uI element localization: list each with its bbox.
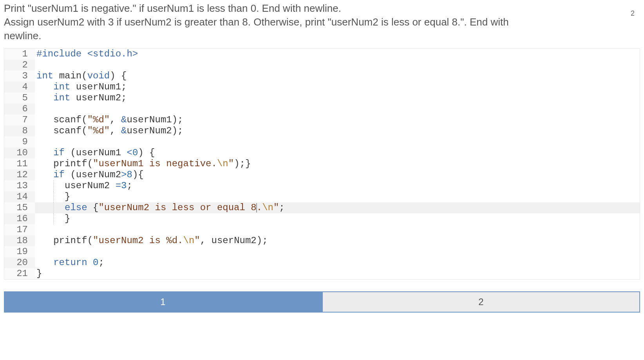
- code-text[interactable]: else {"userNum2 is less or equal 8.\n";: [35, 202, 640, 213]
- line-number: 6: [4, 104, 35, 115]
- code-line: 17: [4, 224, 640, 235]
- line-number: 12: [4, 169, 35, 180]
- instruction-line-1: Print "userNum1 is negative." if userNum…: [4, 2, 545, 15]
- code-editor[interactable]: 1 #include <stdio.h> 2 3 int main(void) …: [4, 48, 640, 280]
- line-number: 18: [4, 235, 35, 246]
- problem-instructions: Print "userNum1 is negative." if userNum…: [4, 0, 545, 48]
- code-text[interactable]: return 0;: [35, 257, 640, 268]
- line-number: 5: [4, 93, 35, 104]
- line-number: 4: [4, 82, 35, 93]
- code-text[interactable]: [35, 104, 640, 115]
- code-text[interactable]: [35, 246, 640, 257]
- code-line: 14 }: [4, 191, 640, 202]
- code-line: 6: [4, 104, 640, 115]
- tab-1[interactable]: 1: [4, 291, 322, 313]
- code-line: 16 }: [4, 213, 640, 224]
- line-number: 21: [4, 268, 35, 279]
- line-number: 20: [4, 257, 35, 268]
- code-text[interactable]: int main(void) {: [35, 71, 640, 82]
- code-line: 7 scanf("%d", &userNum1);: [4, 115, 640, 125]
- code-text[interactable]: printf("userNum2 is %d.\n", userNum2);: [35, 235, 640, 246]
- line-number: 14: [4, 191, 35, 202]
- code-line: 9: [4, 136, 640, 147]
- code-line: 19: [4, 246, 640, 257]
- tab-bar: 1 2: [4, 291, 640, 313]
- code-line: 11 printf("userNum1 is negative.\n");}: [4, 158, 640, 169]
- code-line: 21 }: [4, 268, 640, 279]
- code-text[interactable]: }: [35, 213, 640, 224]
- code-line: 2: [4, 60, 640, 71]
- tab-2[interactable]: 2: [322, 291, 640, 313]
- code-text[interactable]: printf("userNum1 is negative.\n");}: [35, 158, 640, 169]
- line-number: 11: [4, 158, 35, 169]
- code-text[interactable]: #include <stdio.h>: [35, 49, 640, 60]
- code-line: 12 if (userNum2>8){: [4, 169, 640, 180]
- code-text[interactable]: if (userNum2>8){: [35, 169, 640, 180]
- line-number: 10: [4, 147, 35, 158]
- line-number: 13: [4, 180, 35, 191]
- code-text[interactable]: if (userNum1 <0) {: [35, 147, 640, 158]
- code-text[interactable]: scanf("%d", &userNum1);: [35, 115, 640, 125]
- code-line: 4 int userNum1;: [4, 82, 640, 93]
- code-line: 1 #include <stdio.h>: [4, 49, 640, 60]
- code-text[interactable]: int userNum2;: [35, 93, 640, 104]
- line-number: 19: [4, 246, 35, 257]
- code-line-active: 15 else {"userNum2 is less or equal 8.\n…: [4, 202, 640, 213]
- code-line: 20 return 0;: [4, 257, 640, 268]
- line-number: 7: [4, 115, 35, 125]
- line-number: 3: [4, 71, 35, 82]
- code-text[interactable]: }: [35, 268, 640, 279]
- code-text[interactable]: [35, 136, 640, 147]
- line-number: 9: [4, 136, 35, 147]
- code-line: 10 if (userNum1 <0) {: [4, 147, 640, 158]
- code-text[interactable]: scanf("%d", &userNum2);: [35, 125, 640, 136]
- line-number: 1: [4, 49, 35, 60]
- line-number: 2: [4, 60, 35, 71]
- instruction-line-2: Assign userNum2 with 3 if userNum2 is gr…: [4, 15, 545, 43]
- code-line: 3 int main(void) {: [4, 71, 640, 82]
- code-text[interactable]: [35, 60, 640, 71]
- code-text[interactable]: int userNum1;: [35, 82, 640, 93]
- code-text[interactable]: }: [35, 191, 640, 202]
- code-text[interactable]: userNum2 =3;: [35, 180, 640, 191]
- code-line: 8 scanf("%d", &userNum2);: [4, 125, 640, 136]
- question-number-badge: 2: [631, 9, 635, 18]
- line-number: 16: [4, 213, 35, 224]
- line-number: 15: [4, 202, 35, 213]
- code-line: 5 int userNum2;: [4, 93, 640, 104]
- line-number: 8: [4, 125, 35, 136]
- code-text[interactable]: [35, 224, 640, 235]
- code-line: 13 userNum2 =3;: [4, 180, 640, 191]
- line-number: 17: [4, 224, 35, 235]
- code-line: 18 printf("userNum2 is %d.\n", userNum2)…: [4, 235, 640, 246]
